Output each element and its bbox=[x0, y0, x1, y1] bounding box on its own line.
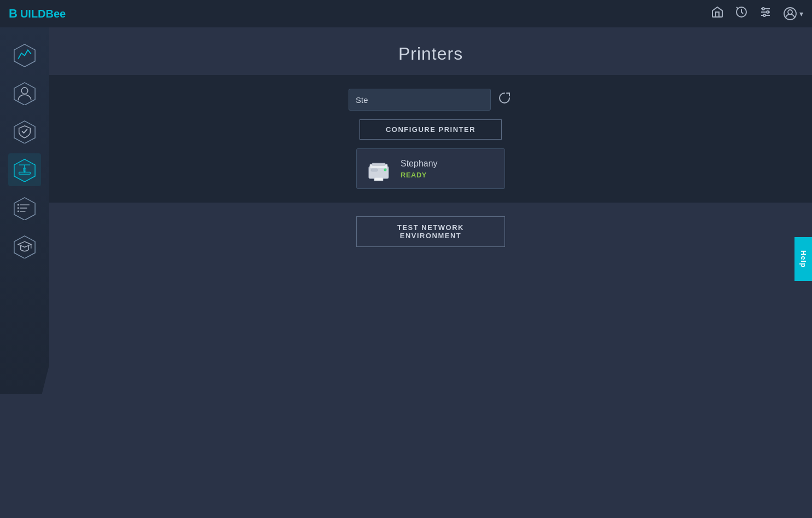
user-dropdown-icon: ▾ bbox=[799, 9, 803, 18]
main-content: Printers CONFIGURE PRINTER bbox=[49, 27, 812, 518]
search-input[interactable] bbox=[349, 89, 491, 111]
svg-marker-27 bbox=[18, 241, 31, 247]
user-menu[interactable]: ▾ bbox=[783, 7, 803, 21]
refresh-button[interactable] bbox=[496, 90, 513, 110]
sidebar-item-printers[interactable] bbox=[8, 153, 41, 186]
svg-point-11 bbox=[21, 88, 28, 94]
history-icon[interactable] bbox=[735, 5, 748, 22]
test-network-button[interactable]: TEST NETWORK ENVIRONMENT bbox=[356, 216, 505, 247]
sidebar-item-learn[interactable] bbox=[8, 230, 41, 263]
sidebar bbox=[0, 27, 49, 394]
svg-point-4 bbox=[762, 8, 764, 10]
home-icon[interactable] bbox=[711, 5, 724, 22]
search-section: CONFIGURE PRINTER bbox=[49, 75, 812, 203]
svg-point-25 bbox=[18, 210, 19, 212]
svg-marker-19 bbox=[14, 198, 35, 220]
page-title: Printers bbox=[49, 27, 812, 75]
sidebar-item-security[interactable] bbox=[8, 115, 41, 148]
svg-rect-32 bbox=[374, 177, 383, 181]
help-tab[interactable]: Help bbox=[794, 237, 812, 281]
svg-rect-31 bbox=[372, 163, 385, 165]
topnav: B UILDBee bbox=[0, 0, 812, 27]
logo-bee-icon: B bbox=[9, 7, 17, 21]
logo[interactable]: B UILDBee bbox=[9, 7, 66, 21]
sidebar-item-jobs[interactable] bbox=[8, 192, 41, 225]
svg-point-5 bbox=[767, 11, 769, 13]
svg-point-8 bbox=[788, 10, 792, 14]
topnav-actions: ▾ bbox=[711, 5, 803, 22]
help-label: Help bbox=[799, 250, 808, 268]
printer-name: Stephany bbox=[401, 159, 438, 169]
printer-status: READY bbox=[401, 171, 438, 179]
configure-printer-button[interactable]: CONFIGURE PRINTER bbox=[359, 119, 502, 140]
svg-point-23 bbox=[18, 204, 19, 206]
sidebar-item-profile[interactable] bbox=[8, 77, 41, 110]
printer-thumbnail bbox=[364, 154, 393, 183]
sidebar-item-analytics[interactable] bbox=[8, 38, 41, 71]
svg-point-33 bbox=[384, 169, 387, 171]
printer-info: Stephany READY bbox=[401, 159, 438, 179]
printer-card[interactable]: Stephany READY bbox=[356, 148, 505, 189]
logo-text: UILDBee bbox=[20, 8, 66, 20]
svg-point-6 bbox=[763, 14, 765, 16]
search-row bbox=[349, 89, 513, 111]
svg-point-24 bbox=[18, 208, 19, 209]
svg-rect-34 bbox=[371, 169, 378, 171]
settings-icon[interactable] bbox=[759, 5, 772, 22]
